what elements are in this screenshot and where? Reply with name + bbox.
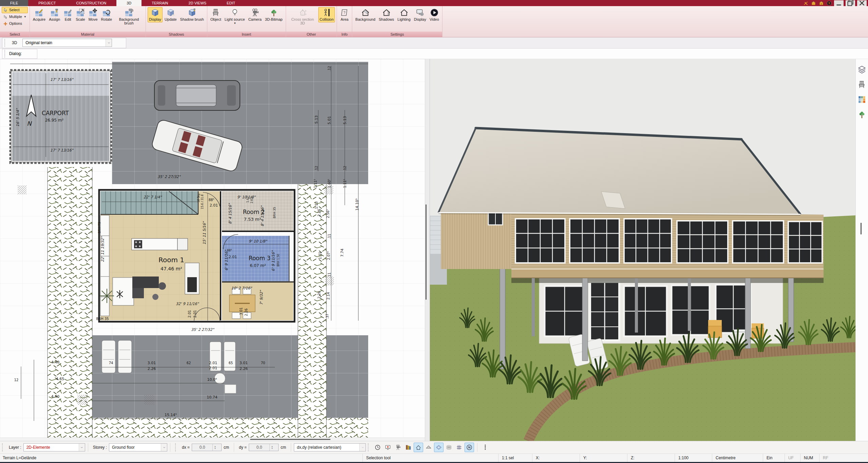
tab-2d-views[interactable]: 2D VIEWS	[178, 0, 217, 6]
chevron-down-icon[interactable]	[161, 444, 167, 451]
splitter-handle-icon[interactable]	[426, 204, 427, 300]
acquire-button[interactable]: Acquire	[32, 7, 47, 22]
dialog-box: Dialog:	[2, 49, 37, 59]
lighting-button[interactable]: Lighting	[396, 7, 412, 22]
button-label: Shadows	[379, 18, 394, 21]
dx-value-field[interactable]	[192, 445, 212, 450]
north-arrow-icon[interactable]: N	[465, 443, 474, 452]
video-camera-icon[interactable]	[393, 443, 403, 452]
export-icon[interactable]	[818, 0, 824, 6]
objects-panel-button[interactable]	[857, 79, 867, 90]
storey-select[interactable]: Ground floor	[109, 443, 167, 451]
rotate-button[interactable]: Rotate	[100, 7, 113, 22]
drag-grip-icon[interactable]	[2, 443, 4, 451]
area-button[interactable]: ?Area	[339, 7, 350, 22]
plan-dimension-label: 22' 7 1/4"	[144, 195, 163, 199]
plan-dimension-label: 6.07 m²	[250, 263, 266, 268]
tab-project[interactable]: PROJECT	[28, 0, 66, 6]
tile-view-icon[interactable]	[434, 443, 444, 452]
3d-render-canvas[interactable]	[430, 59, 855, 441]
multiple-button[interactable]: Multiple▼	[2, 14, 28, 20]
spinner-arrows-icon[interactable]: ▲▼	[212, 444, 218, 451]
display-button[interactable]: Display	[413, 7, 428, 22]
drag-grip-icon[interactable]	[175, 443, 177, 451]
time-icon[interactable]	[373, 443, 382, 452]
view-3d-pane[interactable]	[430, 59, 855, 441]
ribbon-group-material: AcquireAssignEditScaleMoveRotateBackgrou…	[30, 6, 146, 37]
plan-2d-pane[interactable]: 17' 7 13/16"CARPORT26.95 m²16' 5 1/4"17'…	[0, 59, 425, 441]
tab-3d[interactable]: 3D	[116, 0, 141, 6]
shadows-button[interactable]: Shadows	[377, 7, 395, 22]
dx-input[interactable]: ▲▼	[192, 444, 222, 451]
chevron-down-icon[interactable]	[79, 444, 85, 451]
horizontal-scrollbar[interactable]	[0, 438, 425, 441]
display-button[interactable]: Display	[148, 7, 163, 22]
chevron-down-icon[interactable]	[359, 444, 365, 451]
assign-button[interactable]: Assign	[48, 7, 61, 22]
help-icon[interactable]: ?	[826, 0, 832, 6]
tab-construction[interactable]: CONSTRUCTION	[66, 0, 117, 6]
select-button[interactable]: Select	[2, 7, 28, 13]
button-label: Edit	[65, 18, 71, 21]
plants-panel-button[interactable]	[857, 109, 867, 120]
drag-grip-icon[interactable]	[4, 50, 6, 57]
layer-select[interactable]: 2D-Elemente	[23, 443, 85, 451]
3d-bitmap-button[interactable]: 3D-Bitmap	[264, 7, 284, 22]
package-icon[interactable]	[811, 0, 816, 6]
plan-dimension-label: 6' 9 11/16"	[224, 249, 229, 271]
home-designer-app: FILEPROJECTCONSTRUCTION3DTERRAIN2D VIEWS…	[0, 0, 868, 463]
panel-drag-handle[interactable]	[861, 223, 864, 234]
light-source-button[interactable]: Light source▼	[223, 7, 246, 26]
area-icon: ?	[340, 8, 349, 17]
texture-catalog-icon[interactable]	[403, 443, 413, 452]
roof-texture-icon[interactable]	[424, 443, 433, 452]
options-button[interactable]: Options	[2, 20, 28, 27]
spinner-arrows-icon[interactable]: ▲▼	[269, 444, 275, 451]
pane-splitter[interactable]	[425, 59, 430, 441]
plan-dimension-label: 70	[261, 361, 265, 365]
house-icon	[400, 8, 409, 17]
titlebar: FILEPROJECTCONSTRUCTION3DTERRAIN2D VIEWS…	[0, 0, 868, 6]
camera-button[interactable]: Camera	[247, 7, 263, 22]
restore-button[interactable]	[846, 0, 855, 6]
close-button[interactable]	[857, 0, 867, 6]
materials-panel-button[interactable]	[857, 94, 867, 105]
move-button[interactable]: Move	[87, 7, 99, 22]
roof-view-icon[interactable]	[414, 443, 423, 452]
grid-toggle-icon[interactable]	[454, 443, 464, 452]
layers-panel-button[interactable]	[857, 65, 867, 75]
button-label: Background	[355, 18, 375, 21]
tools-icon[interactable]	[803, 0, 809, 6]
drag-grip-icon[interactable]	[4, 39, 6, 47]
collision-button[interactable]: Collision	[318, 7, 335, 22]
tab-terrain[interactable]: TERRAIN	[141, 0, 178, 6]
plan-dimension-label: 2.01	[188, 310, 191, 318]
minimize-button[interactable]	[834, 0, 844, 6]
view-toggles: N	[373, 443, 474, 452]
edit-button[interactable]: Edit	[62, 7, 74, 22]
terrain-select[interactable]: Original terrain	[22, 39, 112, 47]
background-brush-button[interactable]: Background brush	[114, 7, 144, 26]
drag-grip-icon[interactable]	[368, 443, 370, 451]
scrollbar-thumb[interactable]	[250, 439, 331, 440]
layer-rings-icon[interactable]	[444, 443, 454, 452]
tab-file[interactable]: FILE	[0, 0, 28, 6]
button-label: Rotate	[101, 18, 112, 21]
chevron-down-icon[interactable]	[106, 39, 112, 47]
dy-input[interactable]: ▲▼	[249, 444, 279, 451]
shadow-brush-button[interactable]: Shadow brush	[179, 7, 205, 22]
coordinate-mode-select[interactable]: dx,dy (relative cartesian)	[294, 443, 366, 451]
presentation-icon[interactable]	[383, 443, 393, 452]
scale-button[interactable]: Scale	[74, 7, 87, 22]
group-caption: Other	[286, 32, 337, 37]
dy-value-field[interactable]	[249, 445, 269, 450]
plan-dimension-label: BRH 75	[98, 222, 101, 233]
tab-edit[interactable]: EDIT	[216, 0, 245, 6]
cross-section-3d-button[interactable]: Cross section 3D	[288, 7, 318, 26]
update-button[interactable]: Update	[163, 7, 178, 22]
background-button[interactable]: Background	[354, 7, 377, 22]
video-button[interactable]: Video	[428, 7, 440, 22]
overflow-dots-icon[interactable]	[480, 443, 490, 452]
2d-plan-canvas[interactable]: 17' 7 13/16"CARPORT26.95 m²16' 5 1/4"17'…	[0, 59, 425, 438]
object-button[interactable]: Object	[209, 7, 223, 22]
